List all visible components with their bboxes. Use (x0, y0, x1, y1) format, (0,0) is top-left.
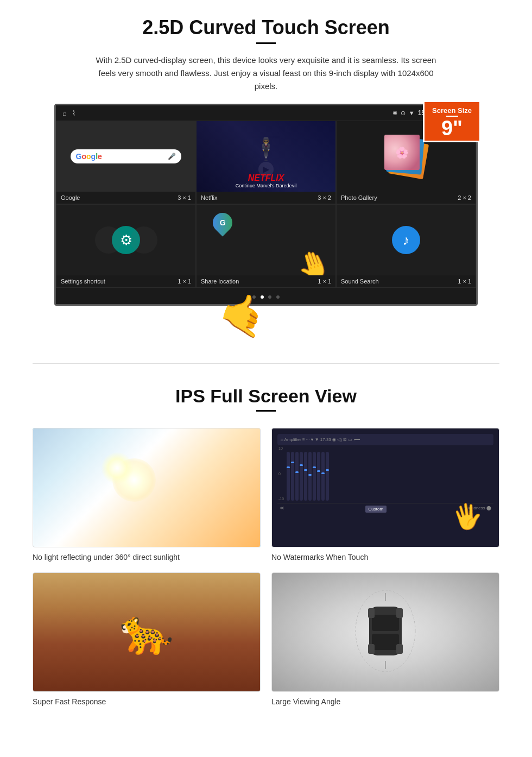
feature-amplifier: ⌂ Amplifier ≡ ··· ♥ ▼ 17:33 ◉ ◁) ⊠ ▭ ⟵ 1… (271, 428, 499, 562)
cheetah-image: 🐆 (33, 572, 261, 692)
gallery-app-name: Photo Gallery (341, 194, 377, 201)
settings-cell[interactable]: ⚙ Settings shortcut 1 × 1 (56, 204, 196, 288)
section1-underline (256, 42, 276, 44)
feature-cheetah: 🐆 Super Fast Response (33, 572, 261, 706)
share-size: 1 × 1 (318, 278, 331, 285)
car-caption: Large Viewing Angle (271, 697, 499, 706)
settings-label: Settings shortcut 1 × 1 (56, 275, 195, 287)
sound-size: 1 × 1 (458, 278, 471, 285)
eq-slider-4 (300, 452, 303, 501)
section-divider (33, 363, 499, 364)
amp-custom: Custom (365, 506, 387, 513)
screen-mockup: Screen Size 9" ⌂ ⌇ ✱ ⊙ ▼ 15:06 ◉ (54, 104, 478, 306)
eq-slider-3 (295, 452, 299, 501)
netflix-cell[interactable]: 🕴 ▶ NETFLIX Continue Marvel's Daredevil (196, 121, 336, 204)
eq-labels: 100-10 (278, 446, 286, 501)
sound-widget: ♪ (337, 205, 476, 275)
settings-widget: ⚙ (56, 205, 195, 275)
sun-glow (112, 458, 156, 502)
sunlight-caption: No light reflecting under 360° direct su… (33, 553, 261, 562)
netflix-label: Netflix 3 × 2 (197, 192, 335, 204)
bluetooth-icon: ✱ (392, 110, 397, 117)
netflix-size: 3 × 2 (318, 194, 331, 201)
amp-header: ⌂ Amplifier ≡ ··· ♥ ▼ 17:33 ◉ ◁) ⊠ ▭ ⟵ (277, 434, 493, 445)
feature-car: Large Viewing Angle (271, 572, 499, 706)
badge-size: 9" (432, 118, 472, 138)
share-app-name: Share location (201, 278, 239, 285)
google-label: Google 3 × 1 (56, 192, 195, 204)
eq-bars: 100-10 (277, 449, 493, 503)
eq-slider-5 (304, 452, 307, 501)
netflix-subtitle: Continue Marvel's Daredevil (200, 183, 332, 188)
device-screen: ⌂ ⌇ ✱ ⊙ ▼ 15:06 ◉ ◁) ⊠ ▭ (54, 104, 478, 306)
netflix-logo: NETFLIX (200, 173, 332, 183)
google-search-bar[interactable]: Google 🎤 (71, 149, 182, 163)
music-note-icon: ♪ (403, 232, 410, 249)
google-cell[interactable]: Google 🎤 Google 3 × 1 (56, 121, 196, 204)
stack-card-top: 🌸 (384, 135, 420, 170)
svg-rect-4 (368, 608, 375, 618)
sound-label: Sound Search 1 × 1 (337, 275, 476, 287)
car-svg (353, 588, 418, 674)
car-wrap (353, 588, 418, 677)
eq-slider-6 (308, 452, 312, 501)
home-icon[interactable]: ⌂ (62, 109, 67, 117)
bg-decoration (95, 226, 157, 254)
car-image (271, 572, 499, 692)
gallery-size: 2 × 2 (458, 194, 471, 201)
eq-slider-2 (291, 452, 294, 501)
cheetah-caption: Super Fast Response (33, 697, 261, 706)
dot-4[interactable] (276, 295, 280, 299)
section2-title: IPS Full Screen View (33, 386, 499, 407)
map-pin: G (209, 209, 237, 237)
google-size: 3 × 1 (178, 194, 191, 201)
svg-rect-6 (368, 644, 375, 654)
amp-prev: ≪ (280, 506, 284, 513)
feature-grid: No light reflecting under 360° direct su… (33, 428, 499, 706)
amp-title: ⌂ Amplifier ≡ ··· ♥ ▼ 17:33 ◉ ◁) ⊠ ▭ ⟵ (281, 437, 360, 442)
badge-label: Screen Size (432, 106, 472, 115)
section1-title: 2.5D Curved Touch Screen (33, 16, 499, 39)
google-content: Google 🎤 (56, 121, 195, 192)
section2-underline (256, 410, 276, 412)
cheetah-emoji: 🐆 (119, 607, 174, 658)
netflix-content: 🕴 ▶ NETFLIX Continue Marvel's Daredevil (197, 121, 335, 192)
flower-image: 🌸 (384, 135, 420, 170)
status-bar: ⌂ ⌇ ✱ ⊙ ▼ 15:06 ◉ ◁) ⊠ ▭ (56, 105, 476, 121)
settings-size: 1 × 1 (178, 278, 191, 285)
eq-slider-10 (326, 452, 329, 501)
eq-slider-7 (313, 452, 316, 501)
eq-slider-8 (317, 452, 320, 501)
gallery-label: Photo Gallery 2 × 2 (337, 192, 476, 204)
sound-search-cell[interactable]: ♪ Sound Search 1 × 1 (336, 204, 476, 288)
dot-3[interactable] (268, 295, 271, 299)
google-logo: Google (76, 152, 102, 161)
mic-icon[interactable]: 🎤 (168, 153, 176, 160)
maps-icon: G (213, 213, 232, 232)
share-location-cell[interactable]: G 🤚 Share location 1 × 1 (196, 204, 336, 288)
g-letter: G (220, 218, 226, 227)
page: 2.5D Curved Touch Screen With 2.5D curve… (0, 0, 532, 722)
feature-sunlight: No light reflecting under 360° direct su… (33, 428, 261, 562)
gallery-stack: 🌸 (384, 135, 428, 178)
wifi-icon: ▼ (409, 110, 415, 116)
touch-hand: 🖐 (450, 500, 485, 533)
daredevil-silhouette: 🕴 (252, 136, 280, 162)
app-grid: Google 🎤 Google 3 × 1 (56, 121, 476, 288)
section-ips: IPS Full Screen View No light reflecting… (0, 380, 532, 722)
sunlight-image (33, 428, 261, 547)
settings-app-name: Settings shortcut (61, 278, 105, 285)
svg-rect-2 (372, 615, 399, 631)
sound-content: ♪ (337, 205, 476, 275)
google-app-name: Google (61, 194, 80, 201)
eq-sliders (287, 452, 492, 501)
section-curved-touch: 2.5D Curved Touch Screen With 2.5D curve… (0, 0, 532, 347)
google-widget: Google 🎤 (56, 121, 195, 192)
status-left: ⌂ ⌇ (62, 109, 75, 117)
svg-rect-5 (396, 608, 403, 618)
hand-illustration: 🤚 (292, 244, 334, 275)
svg-rect-7 (396, 644, 403, 654)
share-content: G 🤚 (197, 205, 335, 275)
share-label: Share location 1 × 1 (197, 275, 335, 287)
screen-size-badge: Screen Size 9" (423, 100, 481, 142)
